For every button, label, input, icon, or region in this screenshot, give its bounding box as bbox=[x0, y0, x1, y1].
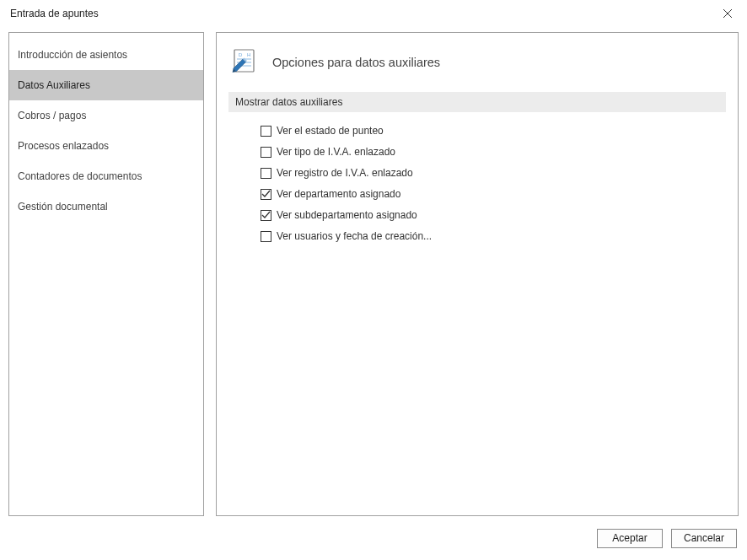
check-label: Ver registro de I.V.A. enlazado bbox=[277, 167, 413, 179]
close-button[interactable] bbox=[708, 0, 747, 27]
check-label: Ver el estado de punteo bbox=[277, 125, 384, 137]
close-icon bbox=[723, 9, 732, 18]
sidebar-item-introduccion[interactable]: Introducción de asientos bbox=[9, 40, 203, 70]
checkbox-icon bbox=[261, 231, 271, 242]
sidebar-item-cobros-pagos[interactable]: Cobros / pagos bbox=[9, 100, 203, 131]
section-title: Opciones para datos auxiliares bbox=[272, 56, 440, 69]
dialog-window: Entrada de apuntes Introducción de asien… bbox=[0, 0, 747, 560]
check-registro-iva[interactable]: Ver registro de I.V.A. enlazado bbox=[261, 166, 728, 180]
check-label: Ver tipo de I.V.A. enlazado bbox=[277, 146, 395, 158]
sidebar-item-label: Gestión documental bbox=[18, 201, 108, 213]
sidebar: Introducción de asientos Datos Auxiliare… bbox=[8, 32, 204, 516]
sidebar-item-label: Datos Auxiliares bbox=[18, 79, 90, 91]
sidebar-item-label: Procesos enlazados bbox=[18, 140, 109, 152]
button-label: Aceptar bbox=[612, 532, 647, 544]
sidebar-item-label: Contadores de documentos bbox=[18, 170, 142, 182]
sidebar-item-label: Introducción de asientos bbox=[18, 49, 127, 61]
check-label: Ver usuarios y fecha de creación... bbox=[277, 230, 432, 242]
checkbox-icon bbox=[261, 210, 271, 221]
sidebar-item-datos-auxiliares[interactable]: Datos Auxiliares bbox=[9, 70, 203, 100]
svg-text:D: D bbox=[239, 52, 243, 57]
check-label: Ver subdepartamento asignado bbox=[277, 209, 417, 221]
check-label: Ver departamento asignado bbox=[277, 188, 400, 200]
notepad-edit-icon: D H bbox=[232, 48, 261, 77]
check-subdepartamento[interactable]: Ver subdepartamento asignado bbox=[261, 208, 728, 222]
checklist: Ver el estado de punteo Ver tipo de I.V.… bbox=[227, 124, 728, 243]
cancel-button[interactable]: Cancelar bbox=[671, 529, 737, 548]
check-tipo-iva[interactable]: Ver tipo de I.V.A. enlazado bbox=[261, 145, 728, 159]
section-header: D H Opciones para datos auxiliares bbox=[227, 48, 728, 77]
check-usuarios-fecha[interactable]: Ver usuarios y fecha de creación... bbox=[261, 229, 728, 243]
checkbox-icon bbox=[261, 189, 271, 200]
checkbox-icon bbox=[261, 147, 271, 158]
titlebar: Entrada de apuntes bbox=[0, 0, 747, 27]
checkbox-icon bbox=[261, 126, 271, 137]
check-estado-punteo[interactable]: Ver el estado de punteo bbox=[261, 124, 728, 137]
sidebar-item-gestion-documental[interactable]: Gestión documental bbox=[9, 191, 203, 222]
sidebar-item-procesos-enlazados[interactable]: Procesos enlazados bbox=[9, 131, 203, 161]
check-departamento[interactable]: Ver departamento asignado bbox=[261, 187, 728, 201]
checkbox-icon bbox=[261, 168, 271, 179]
main-panel: D H Opciones para datos auxiliares M bbox=[216, 32, 739, 516]
group-label: Mostrar datos auxiliares bbox=[228, 92, 726, 112]
sidebar-item-label: Cobros / pagos bbox=[18, 110, 86, 121]
window-title: Entrada de apuntes bbox=[10, 8, 708, 19]
dialog-body: Introducción de asientos Datos Auxiliare… bbox=[0, 27, 747, 523]
button-label: Cancelar bbox=[684, 532, 724, 544]
svg-text:H: H bbox=[247, 52, 250, 57]
sidebar-item-contadores-documentos[interactable]: Contadores de documentos bbox=[9, 161, 203, 191]
accept-button[interactable]: Aceptar bbox=[597, 529, 663, 548]
dialog-footer: Aceptar Cancelar bbox=[0, 523, 747, 560]
